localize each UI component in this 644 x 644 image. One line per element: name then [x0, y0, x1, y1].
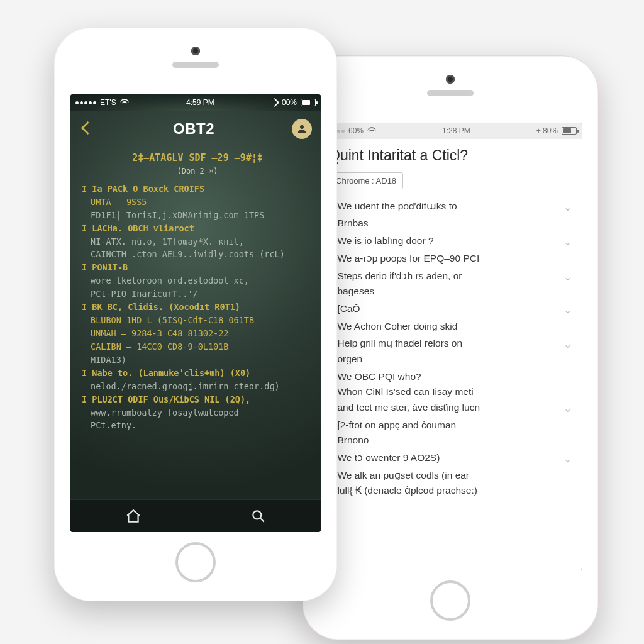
- chevron-down-icon: ⌄: [560, 337, 572, 350]
- earpiece: [427, 90, 474, 96]
- faq-item[interactable]: •lull{ ₭ (denacle ɑ́рlcоd prachse:): [329, 484, 572, 500]
- status-right-text: + 80%: [536, 126, 558, 135]
- faq-item[interactable]: •Help grill mɥ fhadel relors on⌄: [329, 335, 572, 353]
- faq-item[interactable]: •orgen: [329, 353, 572, 369]
- code-line: I BK BC, Clidis. (Xocodıt R0T1): [82, 301, 313, 314]
- status-bar: ET'S 4:59 PM 00%: [70, 94, 321, 111]
- code-line: UMTA – 9SS5: [82, 196, 313, 209]
- faq-app: 60% 1:28 PM + 80% Quint Intaritat a Ctic…: [319, 123, 582, 570]
- faq-item-text: [CaŎ: [337, 303, 555, 316]
- code-line: I PON1T‑B: [82, 261, 313, 274]
- status-bar: 60% 1:28 PM + 80%: [319, 123, 582, 139]
- faq-item-text: Help grill mɥ fhadel relors on: [337, 337, 555, 350]
- faq-item[interactable]: •and tect me ster, áve distïng lucn⌄: [329, 401, 572, 417]
- code-line: NI‑ATX. nü.o, 1Tfoɯay*X. кпıl,: [82, 235, 313, 248]
- phone-screen-right: 60% 1:28 PM + 80% Quint Intaritat a Ctic…: [319, 123, 582, 570]
- search-tab-icon[interactable]: [250, 508, 267, 525]
- code-line: I Nabe to. (Lanmukeˈclis+ɯh) (X0): [82, 367, 313, 380]
- faq-item[interactable]: •Brnbas: [329, 215, 572, 233]
- front-camera: [446, 75, 455, 84]
- source-chip[interactable]: Chroome : AD18: [329, 172, 403, 189]
- code-line: CAINCTH .cton AEL9..iwidly.coots (rсL): [82, 248, 313, 261]
- code-line: МIDA13): [82, 353, 313, 367]
- chevron-down-icon: ⌄: [560, 235, 572, 248]
- back-icon[interactable]: [79, 121, 96, 137]
- faq-item[interactable]: •Brnono: [329, 434, 572, 450]
- code-line: www.rrumboalzy fosaylwɯtcoped: [82, 406, 313, 419]
- faq-content: Quint Intaritat a Cticl? Chroome : AD18 …: [319, 139, 582, 570]
- faq-item[interactable]: •We alk an puɡset codls (in ear: [329, 467, 572, 485]
- tab-bar: [70, 499, 321, 532]
- wifi-icon: [120, 99, 129, 106]
- code-line: BLUBON 1HD L (5ISQ‑Cdt‑C18 061TB: [82, 314, 313, 327]
- chevron-down-icon: ⌄: [560, 200, 572, 213]
- status-time: 4:59 PM: [186, 98, 214, 107]
- profile-icon[interactable]: [292, 119, 312, 139]
- chevron-down-icon: ⌄: [560, 401, 572, 414]
- svg-point-0: [253, 511, 261, 519]
- faq-item-text: We udent the pod'difɯks to: [337, 200, 555, 213]
- faq-item[interactable]: •Whon Сiɴl Is'sed can Iisay meti: [329, 386, 572, 401]
- faq-item[interactable]: •Steps derio if'dɔh rs aden, or⌄: [329, 268, 572, 286]
- code-line: I PLU2CT ODIF Ous/KibCS NIL (2Q),: [82, 393, 313, 406]
- faq-item[interactable]: •[2‑ftot on appç and ċouman: [329, 417, 572, 435]
- faq-item[interactable]: •We udent the pod'difɯks to⌄: [329, 198, 572, 216]
- faq-item-text: We tɔ owenter 9 AO2S): [337, 452, 555, 465]
- phone-device-left: ET'S 4:59 PM 00% OBT2 2‡—ATAGLV SDF –2: [54, 28, 337, 601]
- faq-item-text: We Achon Coher doing skid: [337, 320, 572, 333]
- code-line: PCt‑PIQ InaricurT..'/: [82, 287, 313, 301]
- faq-item-text: We alk an puɡset codls (in ear: [337, 469, 572, 482]
- battery-pct: 00%: [282, 98, 297, 107]
- page-title: Quint Intaritat a Cticl?: [329, 147, 572, 165]
- faq-item[interactable]: •[CaŎ⌄: [329, 301, 572, 318]
- faq-item-text: Brnono: [337, 434, 572, 447]
- location-icon: [270, 98, 279, 107]
- code-heading: 2‡—ATAGLV SDF –29 –9#¦‡: [82, 151, 313, 165]
- phone-screen-left: ET'S 4:59 PM 00% OBT2 2‡—ATAGLV SDF –2: [70, 94, 321, 532]
- earpiece: [172, 62, 219, 68]
- code-line: FD1F1| TorisI,j.xDMAriпiɡ.com 1TPS: [82, 209, 313, 222]
- faq-item[interactable]: •We OBC PQI who?: [329, 369, 572, 386]
- phone-device-right: 60% 1:28 PM + 80% Quint Intaritat a Ctic…: [302, 55, 599, 640]
- carrier-label: ET'S: [100, 98, 116, 107]
- battery-icon: [301, 99, 316, 106]
- faq-list: •We udent the pod'difɯks to⌄•Brnbas•We i…: [329, 198, 572, 500]
- faq-item-text: We а‑rɔp poops for EPQ–90 PCI: [337, 252, 572, 265]
- home-tab-icon[interactable]: [125, 508, 142, 525]
- code-panel[interactable]: 2‡—ATAGLV SDF –29 –9#¦‡ (Don 2 ¤) I Ia P…: [70, 147, 321, 499]
- faq-item-text: orgen: [337, 353, 572, 366]
- home-button[interactable]: [430, 580, 470, 621]
- faq-item[interactable]: •We Achon Coher doing skid: [329, 318, 572, 336]
- code-app: ET'S 4:59 PM 00% OBT2 2‡—ATAGLV SDF –2: [70, 94, 321, 532]
- faq-item-text: and tect me ster, áve distïng lucn: [337, 401, 555, 414]
- home-button[interactable]: [175, 542, 216, 582]
- code-line: UNMAH – 9284‑3 C48 81302‑22: [82, 327, 313, 340]
- chevron-down-icon: ⌄: [560, 303, 572, 316]
- faq-item[interactable]: •bageses: [329, 285, 572, 301]
- faq-item[interactable]: •We is io lablïng door ?⌄: [329, 233, 572, 250]
- status-left-text: 60%: [348, 126, 364, 135]
- app-header: OBT2: [70, 111, 321, 147]
- faq-item-text: We is io lablïng door ?: [337, 235, 555, 248]
- faq-item[interactable]: •We tɔ owenter 9 AO2S)⌄: [329, 450, 572, 467]
- signal-dots-icon: [75, 101, 96, 104]
- faq-item-text: Whon Сiɴl Is'sed can Iisay meti: [337, 386, 572, 399]
- faq-item-text: We OBC PQI who?: [337, 370, 572, 384]
- faq-item-text: lull{ ₭ (denacle ɑ́рlcоd prachse:): [337, 484, 572, 497]
- wifi-icon: [367, 127, 376, 135]
- front-camera: [191, 47, 200, 55]
- code-subheading: (Don 2 ¤): [82, 165, 313, 177]
- faq-item[interactable]: •We а‑rɔp poops for EPQ–90 PCI: [329, 250, 572, 268]
- code-line: I LACHa. OBCH vliaroct: [82, 222, 313, 235]
- battery-icon: [562, 127, 577, 135]
- chevron-down-icon: ⌄: [560, 452, 572, 465]
- code-line: nelod./racned.grooɡʝ.imrirn cteɑr.dɡ): [82, 380, 313, 393]
- status-time: 1:28 PM: [442, 126, 470, 135]
- faq-item-text: Brnbas: [337, 217, 572, 230]
- code-line: worе tketoroon ord.estodool xc,: [82, 274, 313, 287]
- code-line: CALIBN – 14CC0 CD8‑9‑0L101B: [82, 340, 313, 353]
- faq-item-text: [2‑ftot on appç and ċouman: [337, 419, 572, 432]
- faq-item-text: bageses: [337, 285, 572, 298]
- chevron-down-icon: ⌄: [560, 270, 572, 283]
- faq-item-text: Steps derio if'dɔh rs aden, or: [337, 270, 555, 283]
